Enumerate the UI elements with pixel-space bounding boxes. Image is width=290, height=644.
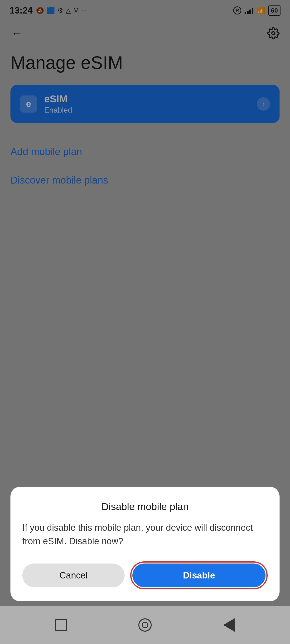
- bottom-nav: [0, 606, 290, 644]
- disable-button-wrapper: Disable: [130, 561, 268, 590]
- disable-button[interactable]: Disable: [132, 564, 265, 587]
- nav-back-button[interactable]: [219, 616, 238, 634]
- dialog-title: Disable mobile plan: [22, 501, 268, 512]
- dialog-body: If you disable this mobile plan, your de…: [22, 521, 268, 548]
- disable-plan-dialog: Disable mobile plan If you disable this …: [11, 487, 279, 601]
- cancel-button[interactable]: Cancel: [22, 564, 125, 587]
- home-icon: [138, 618, 152, 632]
- nav-home-button[interactable]: [136, 616, 155, 634]
- back-icon: [223, 618, 235, 632]
- recents-icon: [55, 619, 67, 631]
- dialog-buttons: Cancel Disable: [22, 561, 268, 590]
- nav-recents-button[interactable]: [52, 616, 71, 634]
